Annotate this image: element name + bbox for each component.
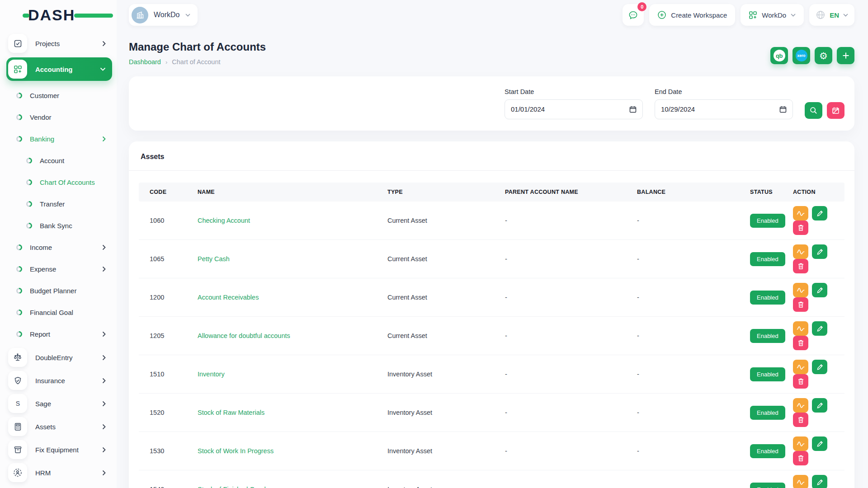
logo-wordmark: DASH [28, 7, 75, 23]
status-badge: Enabled [750, 252, 785, 266]
account-name-link[interactable]: Stock of Work In Progress [198, 447, 274, 455]
delete-button[interactable] [793, 259, 808, 273]
quickbooks-button[interactable]: qb [770, 47, 788, 64]
delete-button[interactable] [793, 374, 808, 389]
sidebar-item-bank-sync[interactable]: Bank Sync [6, 215, 112, 236]
activity-button[interactable] [793, 283, 808, 297]
table-row: 1065Petty CashCurrent Asset--Enabled [139, 240, 844, 278]
account-name-link[interactable]: Stock of Finished Goods [198, 486, 269, 488]
sidebar-item-doubleentry[interactable]: DoubleEntry [6, 347, 112, 368]
sidebar-item-fix-equipment[interactable]: Fix Equipment [6, 439, 112, 460]
delete-button[interactable] [793, 413, 808, 427]
edit-button[interactable] [812, 321, 827, 336]
app-logo[interactable]: DASH [0, 0, 117, 30]
chevron-right-icon [102, 378, 106, 384]
reset-filter-button[interactable] [827, 102, 844, 119]
account-name-link[interactable]: Inventory [198, 371, 225, 378]
sidebar-item-label: Sage [35, 400, 102, 408]
donut-bullet-icon [16, 310, 22, 315]
chevron-down-icon [185, 14, 190, 17]
account-name-link[interactable]: Checking Account [198, 217, 250, 224]
type-cell: Current Asset [382, 240, 500, 278]
start-date-input[interactable]: 01/01/2024 [505, 99, 643, 119]
sidebar-item-sage[interactable]: SSage [6, 393, 112, 414]
edit-button[interactable] [812, 360, 827, 374]
sidebar-item-label: Projects [35, 40, 102, 47]
trash-icon [797, 416, 804, 423]
delete-button[interactable] [793, 297, 808, 312]
sidebar-item-label: HRM [35, 469, 102, 477]
action-cell [788, 240, 844, 278]
sidebar-item-financial-goal[interactable]: Financial Goal [6, 301, 112, 323]
account-name-link[interactable]: Stock of Raw Materials [198, 409, 264, 416]
pencil-icon [816, 210, 823, 217]
add-account-button[interactable] [837, 47, 854, 64]
sidebar-item-label: Chart Of Accounts [40, 178, 112, 186]
box-icon [8, 440, 27, 459]
sidebar-item-label: Expense [30, 265, 102, 273]
chevron-right-icon [102, 447, 106, 453]
grid-plus-icon [8, 60, 27, 79]
sidebar-item-transfer[interactable]: Transfer [6, 193, 112, 215]
activity-icon [797, 441, 805, 447]
column-header-parent-account-name: PARENT ACCOUNT NAME [500, 183, 632, 202]
sidebar-item-insurance[interactable]: Insurance [6, 370, 112, 391]
sidebar-item-customer[interactable]: Customer [6, 84, 112, 106]
delete-button[interactable] [793, 451, 808, 465]
balance-cell: - [632, 278, 745, 317]
sidebar-item-banking[interactable]: Banking [6, 128, 112, 150]
account-name-link[interactable]: Allowance for doubtful accounts [198, 332, 290, 339]
donut-bullet-icon [26, 158, 32, 164]
page-title: Manage Chart of Accounts [129, 41, 266, 53]
sidebar-item-income[interactable]: Income [6, 236, 112, 258]
edit-button[interactable] [812, 398, 827, 413]
activity-button[interactable] [793, 398, 808, 413]
gear-icon: ⚙ [819, 51, 828, 61]
sidebar-item-hrm[interactable]: HRM [6, 462, 112, 483]
code-cell: 1540 [139, 470, 192, 488]
account-name-link[interactable]: Petty Cash [198, 255, 230, 263]
delete-button[interactable] [793, 336, 808, 350]
logo-bar-icon [74, 14, 113, 18]
sidebar-item-account[interactable]: Account [6, 150, 112, 171]
account-name-link[interactable]: Account Receivables [198, 294, 259, 301]
activity-button[interactable] [793, 436, 808, 451]
activity-button[interactable] [793, 206, 808, 221]
status-badge: Enabled [750, 329, 785, 343]
action-cell [788, 202, 844, 240]
create-workspace-button[interactable]: Create Workspace [649, 4, 735, 26]
edit-button[interactable] [812, 436, 827, 451]
sidebar-item-accounting[interactable]: Accounting [6, 57, 112, 81]
parent-account-cell: - [500, 355, 632, 394]
search-button[interactable] [805, 102, 822, 119]
xero-button[interactable]: xero [793, 47, 810, 64]
workspace-switcher[interactable]: WorkDo [129, 4, 198, 26]
edit-button[interactable] [812, 283, 827, 297]
plus-icon [842, 52, 850, 60]
sidebar-item-report[interactable]: Report [6, 323, 112, 345]
sidebar-item-projects[interactable]: Projects [6, 33, 112, 54]
edit-button[interactable] [812, 244, 827, 259]
activity-button[interactable] [793, 321, 808, 336]
breadcrumb-dashboard-link[interactable]: Dashboard [129, 58, 161, 66]
edit-button[interactable] [812, 206, 827, 221]
activity-button[interactable] [793, 475, 808, 488]
activity-button[interactable] [793, 360, 808, 374]
delete-button[interactable] [793, 221, 808, 235]
sidebar-item-budget-planner[interactable]: Budget Planner [6, 280, 112, 301]
sidebar-item-chart-of-accounts[interactable]: Chart Of Accounts [6, 171, 112, 193]
pencil-icon [816, 402, 823, 409]
activity-button[interactable] [793, 244, 808, 259]
messenger-button[interactable]: 0 [623, 4, 644, 26]
language-selector[interactable]: EN [809, 4, 854, 26]
sidebar-item-assets[interactable]: Assets [6, 416, 112, 437]
edit-button[interactable] [812, 475, 827, 488]
workdo-menu-button[interactable]: WorkDo [741, 4, 804, 26]
sidebar-item-expense[interactable]: Expense [6, 258, 112, 280]
sidebar-item-vendor[interactable]: Vendor [6, 106, 112, 128]
settings-button[interactable]: ⚙ [815, 47, 832, 64]
end-date-input[interactable]: 10/29/2024 [655, 99, 793, 119]
letter-s-icon: S [8, 394, 27, 413]
table-row: 1060Checking AccountCurrent Asset--Enabl… [139, 202, 844, 240]
chevron-down-icon [791, 14, 796, 17]
